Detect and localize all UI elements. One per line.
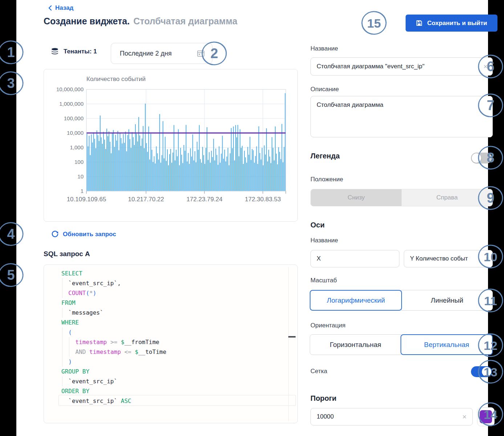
chart-title: Количество событий [86,76,146,82]
chart-bar [240,129,240,191]
editor-scrollbar-thumb[interactable] [288,336,296,338]
date-range-picker[interactable]: Последние 2 дня [111,43,212,64]
chart-bar [99,141,99,191]
chart-bar [209,152,210,191]
chart-bar [158,160,159,191]
axes-name-label: Название [310,237,338,244]
chart-bar [275,126,276,191]
chart-bar [277,164,278,191]
chart-bar [134,145,135,191]
chart-bar [93,132,94,191]
chart-bar [254,163,255,191]
chart-bar [180,148,181,191]
axes-heading: Оси [310,221,325,229]
chart-bar [133,137,134,191]
y-tick-label: 100 [74,159,84,165]
chart-bar [92,142,93,191]
axis-x-input[interactable] [311,250,399,267]
y-tick-label: 10,000 [67,130,84,136]
chart-bar [168,165,169,191]
chart-bar [272,137,272,191]
chart-bar [131,148,131,191]
clear-threshold-icon[interactable]: × [462,413,467,420]
chart-bar [95,148,96,191]
chart-bar [257,164,258,191]
refresh-query-button[interactable]: Обновить запрос [51,230,116,238]
legend-position-segmented: Снизу Справа [310,189,493,206]
y-tick-label: 10 [77,173,84,179]
code-line: SELECT [44,269,297,278]
chart-bar [130,139,130,191]
chart-bar [285,93,285,191]
chart-bar [126,151,127,191]
chart-bar [284,147,284,191]
threshold-color-picker[interactable] [477,407,495,426]
scale-label: Масштаб [310,277,337,284]
chart-bar [231,128,232,191]
chart-bar [203,155,204,191]
chart-bar [283,162,283,191]
scale-option-linear[interactable]: Линейный [401,290,493,311]
chart-bar [174,125,174,191]
orientation-option-horizontal[interactable]: Горизонтальная [310,334,401,355]
chart-bar [182,163,183,191]
svg-text:1: 1 [7,45,15,60]
chart-bar [274,160,275,191]
chart-bar [278,147,279,191]
chart-bar [149,160,150,191]
clear-axis-y-icon[interactable]: × [485,256,489,262]
chart-bar [248,155,249,191]
chart-bar [136,134,137,191]
orientation-option-vertical[interactable]: Вертикальная [401,334,493,355]
chart-bar [222,136,223,191]
chart-bar [178,129,179,191]
sql-code-editor[interactable]: SELECT `event_src_ip`, COUNT(*)FROM `mes… [44,265,298,423]
chart-bar [188,153,188,191]
chart-bar [210,163,211,191]
chart-bar [148,126,149,191]
chart-bar [138,117,139,191]
grid-toggle[interactable] [471,366,492,377]
chart-bar [142,138,142,191]
chart-bar [94,139,95,191]
position-option-right[interactable]: Справа [402,189,492,206]
chart-bar [143,126,143,191]
chart-bar [141,146,141,191]
chart-bar [91,134,92,191]
description-textarea[interactable]: Столбчатая диаграмма [310,96,493,137]
position-option-bottom[interactable]: Снизу [311,189,402,206]
svg-text:4: 4 [7,226,15,242]
chart-bar [112,133,113,191]
chart-bar [227,157,227,191]
scale-option-logarithmic[interactable]: Логарифмический [310,290,402,311]
chart-bar [260,153,260,191]
save-and-exit-button[interactable]: Сохранить и выйти [406,15,497,32]
chart-bar [204,164,205,191]
chart-bar [103,132,104,191]
grid-label: Сетка [310,368,327,375]
chart-bar [125,132,126,191]
chart-bar [98,135,98,191]
legend-toggle[interactable] [471,153,492,164]
chart-bar [176,150,176,191]
name-input[interactable] [311,58,492,75]
chart-bar [273,148,273,191]
back-label: Назад [55,4,73,12]
tenants-indicator[interactable]: Тенанты: 1 [50,47,97,56]
y-tick-label: 1 [81,188,84,194]
x-tick-label: 172.23.79.24 [186,196,222,203]
chart-bar [101,137,102,191]
axis-y-input[interactable] [404,250,492,267]
chart-bar [155,164,155,191]
threshold-input[interactable] [311,408,472,425]
chart-bar [165,137,166,191]
chart-bar [236,137,237,191]
back-link[interactable]: Назад [48,4,73,12]
chart-bar [107,136,108,191]
chart-bar [276,154,277,191]
name-field: × [310,57,493,76]
calendar-icon [197,49,205,57]
clear-name-icon[interactable]: × [483,63,488,70]
y-tick-label: 10,000,000 [56,86,84,92]
chart-bar [129,129,129,191]
